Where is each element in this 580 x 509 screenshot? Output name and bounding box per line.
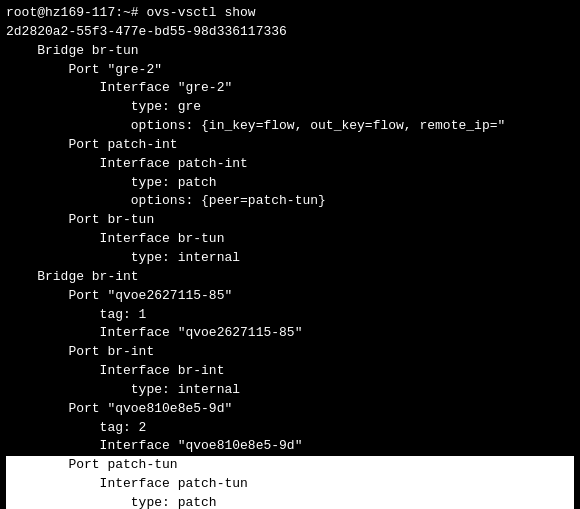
line-iface-br-int: Interface br-int: [6, 362, 574, 381]
line-port-gre2: Port "gre-2": [6, 61, 574, 80]
line-tag2: tag: 2: [6, 419, 574, 438]
line-prompt: root@hz169-117:~# ovs-vsctl show: [6, 4, 574, 23]
line-options-gre: options: {in_key=flow, out_key=flow, rem…: [6, 117, 574, 136]
line-iface-br-tun: Interface br-tun: [6, 230, 574, 249]
terminal-window: root@hz169-117:~# ovs-vsctl show2d2820a2…: [0, 0, 580, 509]
line-port-br-tun: Port br-tun: [6, 211, 574, 230]
line-iface-qvoe2: Interface "qvoe810e8e5-9d": [6, 437, 574, 456]
line-tag1: tag: 1: [6, 306, 574, 325]
line-port-br-int: Port br-int: [6, 343, 574, 362]
line-iface-gre2: Interface "gre-2": [6, 79, 574, 98]
line-type-patch1: type: patch: [6, 174, 574, 193]
line-bridge-tun: Bridge br-tun: [6, 42, 574, 61]
line-port-patch-int: Port patch-int: [6, 136, 574, 155]
line-iface-patch-int: Interface patch-int: [6, 155, 574, 174]
line-iface-qvoe1: Interface "qvoe2627115-85": [6, 324, 574, 343]
line-type-gre: type: gre: [6, 98, 574, 117]
line-port-patch-tun: Port patch-tun: [6, 456, 574, 475]
line-port-qvoe2: Port "qvoe810e8e5-9d": [6, 400, 574, 419]
line-type-patch2: type: patch: [6, 494, 574, 509]
line-uuid: 2d2820a2-55f3-477e-bd55-98d336117336: [6, 23, 574, 42]
line-port-qvoe1: Port "qvoe2627115-85": [6, 287, 574, 306]
line-iface-patch-tun: Interface patch-tun: [6, 475, 574, 494]
line-options-patch1: options: {peer=patch-tun}: [6, 192, 574, 211]
line-type-internal2: type: internal: [6, 381, 574, 400]
line-type-internal1: type: internal: [6, 249, 574, 268]
line-bridge-br-int: Bridge br-int: [6, 268, 574, 287]
